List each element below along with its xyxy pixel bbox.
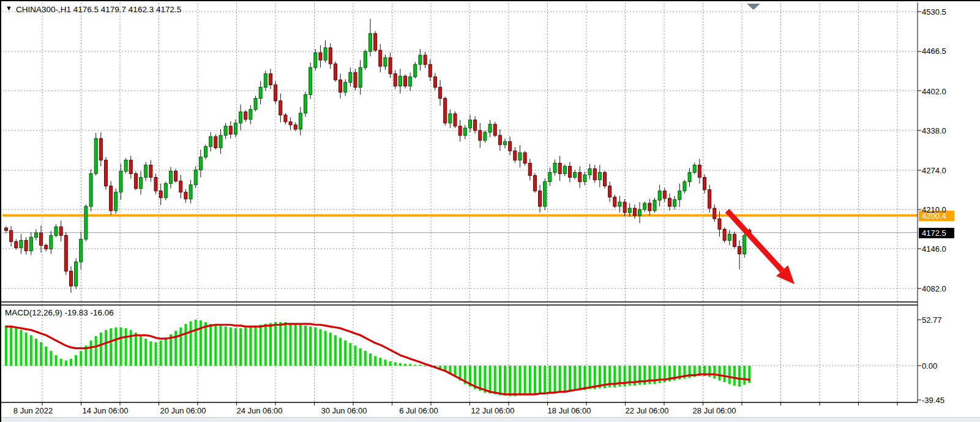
candle-bear[interactable] (604, 173, 607, 186)
candle-bull[interactable] (628, 208, 631, 213)
candle-bull[interactable] (548, 173, 552, 182)
candle-bull[interactable] (54, 227, 58, 235)
candle-bear[interactable] (354, 72, 357, 87)
candle-bear[interactable] (723, 229, 726, 240)
candle-bull[interactable] (204, 146, 208, 157)
candle-bull[interactable] (588, 168, 591, 175)
candle-bull[interactable] (574, 173, 577, 178)
candle-bull[interactable] (484, 132, 487, 140)
candle-bull[interactable] (75, 262, 78, 286)
candle-bull[interactable] (673, 200, 676, 206)
candle-bear[interactable] (319, 53, 322, 60)
candle-bear[interactable] (568, 166, 571, 177)
candle-bear[interactable] (379, 50, 382, 66)
candle-bear[interactable] (40, 233, 43, 245)
candle-bull[interactable] (693, 165, 696, 172)
candle-bear[interactable] (454, 114, 457, 126)
candle-bear[interactable] (514, 151, 517, 160)
candle-bull[interactable] (314, 53, 317, 67)
candle-bear[interactable] (24, 240, 28, 251)
candle-bull[interactable] (119, 171, 122, 192)
candle-bear[interactable] (59, 227, 62, 235)
candle-bear[interactable] (389, 58, 392, 73)
candle-bear[interactable] (149, 165, 152, 177)
candle-bear[interactable] (105, 160, 108, 186)
candle-bull[interactable] (504, 141, 507, 145)
symbol-dropdown-icon[interactable]: ▼ (6, 4, 12, 12)
candle-bear[interactable] (374, 34, 377, 50)
candle-bear[interactable] (613, 197, 616, 206)
candle-bear[interactable] (184, 192, 187, 199)
candle-bull[interactable] (164, 184, 167, 198)
candle-bear[interactable] (179, 181, 182, 192)
candle-bear[interactable] (733, 234, 736, 246)
candle-bull[interactable] (84, 206, 88, 239)
candle-bear[interactable] (5, 228, 8, 230)
candle-bear[interactable] (428, 64, 432, 77)
candle-bull[interactable] (20, 240, 23, 247)
candle-bull[interactable] (368, 34, 372, 51)
candle-bull[interactable] (364, 51, 367, 67)
candle-bull[interactable] (518, 153, 522, 160)
candle-bear[interactable] (229, 126, 232, 134)
candle-bear[interactable] (698, 165, 701, 177)
candle-bull[interactable] (653, 200, 656, 211)
candle-bear[interactable] (663, 191, 666, 198)
candle-bear[interactable] (558, 163, 561, 173)
candle-bear[interactable] (633, 208, 636, 216)
candle-bull[interactable] (324, 48, 327, 60)
candle-bear[interactable] (578, 173, 582, 182)
candle-bull[interactable] (34, 233, 37, 237)
candle-bear[interactable] (69, 271, 72, 286)
candle-bear[interactable] (539, 191, 542, 206)
candle-bear[interactable] (244, 112, 247, 119)
candle-bull[interactable] (259, 87, 262, 98)
candle-bull[interactable] (344, 82, 347, 92)
candle-bear[interactable] (15, 241, 18, 247)
candle-bear[interactable] (404, 76, 407, 86)
candle-bull[interactable] (239, 112, 242, 123)
candle-bull[interactable] (563, 166, 566, 173)
candle-bear[interactable] (129, 160, 132, 173)
candle-bear[interactable] (329, 48, 332, 64)
candle-bull[interactable] (140, 178, 143, 189)
candle-bear[interactable] (339, 80, 342, 92)
candle-bear[interactable] (64, 235, 67, 271)
candle-bear[interactable] (498, 135, 501, 145)
candle-bear[interactable] (159, 191, 162, 198)
candle-bear[interactable] (134, 174, 137, 189)
candle-bull[interactable] (468, 120, 471, 128)
candle-bear[interactable] (394, 73, 397, 86)
candle-bear[interactable] (439, 87, 442, 98)
candle-bull[interactable] (349, 72, 352, 82)
candle-bear[interactable] (45, 245, 48, 249)
candle-bull[interactable] (553, 163, 556, 172)
candle-bull[interactable] (89, 174, 92, 206)
candle-bull[interactable] (234, 123, 237, 134)
candle-bull[interactable] (678, 191, 681, 200)
candle-bull[interactable] (638, 209, 641, 216)
candle-bear[interactable] (708, 190, 711, 208)
candle-bear[interactable] (274, 85, 277, 100)
candle-bull[interactable] (658, 191, 661, 200)
candle-bear[interactable] (493, 124, 496, 135)
candle-bear[interactable] (623, 202, 626, 213)
candle-bear[interactable] (444, 99, 447, 123)
candle-bull[interactable] (144, 165, 148, 177)
candle-bull[interactable] (688, 173, 691, 182)
candle-bull[interactable] (299, 113, 302, 129)
candle-bull[interactable] (309, 67, 312, 94)
chart-canvas[interactable] (1, 1, 980, 422)
candle-bull[interactable] (29, 237, 32, 251)
candle-bull[interactable] (80, 239, 83, 262)
candle-bear[interactable] (269, 73, 272, 85)
candle-bull[interactable] (409, 77, 412, 86)
candle-bull[interactable] (199, 157, 202, 170)
chart-shift-marker-icon[interactable] (747, 4, 760, 10)
chart-window[interactable]: ▼ CHINA300-,H1 4176.5 4179.7 4162.3 4172… (0, 0, 980, 422)
candle-bear[interactable] (99, 138, 102, 160)
candle-bear[interactable] (284, 115, 287, 122)
candle-bear[interactable] (648, 203, 651, 211)
candle-bear[interactable] (154, 178, 157, 191)
candle-bear[interactable] (718, 219, 721, 229)
